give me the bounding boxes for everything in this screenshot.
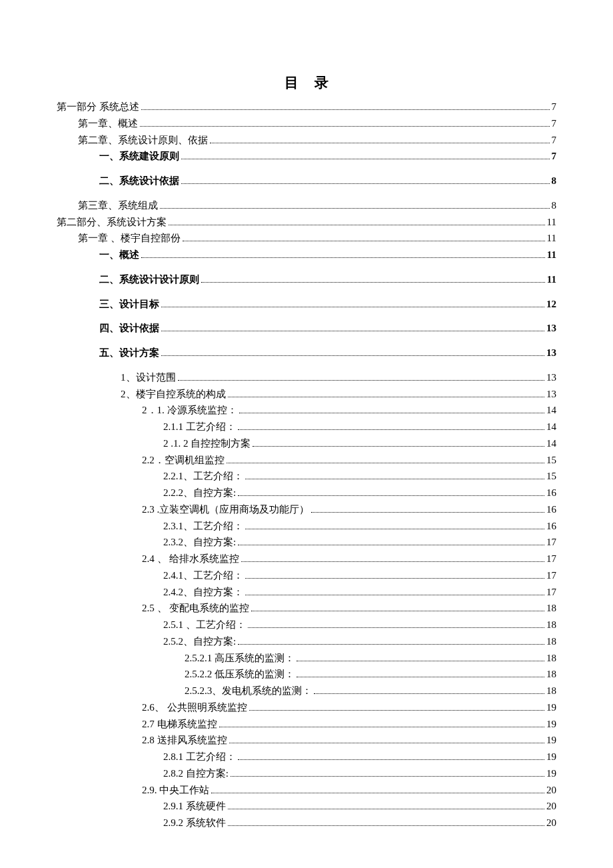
- toc-entry-label: 2．1. 冷源系统监控：: [142, 402, 237, 419]
- toc-entry-label: 2.6、 公共照明系统监控: [142, 699, 247, 716]
- toc-leader-dots: [160, 208, 550, 209]
- toc-entry-page: 13: [546, 320, 556, 337]
- toc-entry-label: 2.9. 中央工作站: [142, 782, 209, 799]
- toc-entry-page: 16: [546, 518, 556, 535]
- toc-entry-label: 2.5.2.1 高压系统的监测：: [185, 650, 295, 667]
- toc-leader-dots: [211, 793, 544, 793]
- toc-entry-label: 2.1.1 工艺介绍：: [163, 419, 236, 435]
- toc-entry: 2.3.1、工艺介绍：16: [57, 518, 556, 535]
- toc-entry-label: 1、设计范围: [121, 369, 176, 386]
- toc-entry-page: 19: [546, 732, 556, 749]
- toc-leader-dots: [201, 282, 545, 283]
- toc-entry-page: 7: [552, 132, 557, 149]
- toc-entry-page: 18: [546, 617, 556, 633]
- toc-entry: 2.4 、 给排水系统监控17: [57, 551, 556, 567]
- toc-entry-page: 11: [547, 214, 556, 231]
- toc-entry-label: 2 .1. 2 自控控制方案: [163, 435, 251, 452]
- toc-leader-dots: [238, 429, 544, 430]
- toc-leader-dots: [181, 183, 550, 184]
- toc-entry-label: 五、设计方案: [99, 345, 159, 361]
- toc-entry: 2.2.1、工艺介绍：15: [57, 468, 556, 485]
- toc-entry-label: 2.2.2、自控方案:: [163, 485, 236, 501]
- toc-entry-page: 19: [546, 749, 556, 765]
- toc-entry-label: 2.4.1、工艺介绍：: [163, 567, 243, 584]
- toc-entry: 2.1.1 工艺介绍：14: [57, 419, 556, 435]
- toc-entry-label: 第二部分、系统设计方案: [57, 214, 167, 231]
- toc-entry-label: 2.2．空调机组监控: [142, 452, 225, 469]
- toc-entry: 2.6、 公共照明系统监控19: [57, 699, 556, 716]
- toc-entry: 二、系统设计设计原则11: [57, 271, 556, 288]
- toc-leader-dots: [245, 595, 544, 595]
- toc-entry-page: 19: [546, 716, 556, 733]
- toc-entry-label: 三、设计目标: [99, 296, 159, 313]
- toc-entry: 2.7 电梯系统监控19: [57, 716, 556, 733]
- toc-entry-label: 2.8 送排风系统监控: [142, 732, 227, 749]
- toc-leader-dots: [238, 644, 544, 645]
- toc-entry-label: 第一部分 系统总述: [57, 99, 139, 115]
- toc-entry-label: 2.4.2、自控方案：: [163, 584, 243, 601]
- toc-leader-dots: [161, 331, 544, 331]
- toc-entry-label: 2.8.1 工艺介绍：: [163, 749, 236, 765]
- toc-entry-page: 17: [546, 551, 556, 567]
- toc-entry: 第一章 、楼宇自控部份11: [57, 230, 556, 247]
- toc-entry-label: 二、系统设计设计原则: [99, 271, 199, 288]
- toc-entry-page: 17: [546, 534, 556, 551]
- toc-entry-label: 一、系统建设原则: [99, 148, 179, 165]
- toc-entry-label: 2.7 电梯系统监控: [142, 716, 217, 733]
- toc-leader-dots: [219, 727, 545, 727]
- toc-leader-dots: [228, 809, 544, 809]
- toc-entry-label: 2.3 .立装空调机（应用商场及功能厅）: [142, 501, 309, 518]
- toc-leader-dots: [238, 495, 544, 496]
- toc-entry-page: 18: [546, 683, 556, 699]
- toc-entry-label: 2.4 、 给排水系统监控: [142, 551, 239, 567]
- toc-entry: 第三章、系统组成8: [57, 197, 556, 214]
- toc-leader-dots: [228, 825, 544, 826]
- toc-leader-dots: [161, 355, 544, 356]
- toc-entry-page: 18: [546, 650, 556, 667]
- toc-leader-dots: [314, 693, 544, 694]
- toc-entry: 第一部分 系统总述7: [57, 99, 556, 115]
- toc-entry-label: 一、概述: [99, 247, 139, 263]
- toc-entry-label: 2.3.1、工艺介绍：: [163, 518, 243, 535]
- toc-entry: 2.8.1 工艺介绍：19: [57, 749, 556, 765]
- toc-entry-label: 2.9.1 系统硬件: [163, 798, 226, 815]
- toc-entry-page: 14: [546, 435, 556, 452]
- toc-entry: 2 .1. 2 自控控制方案14: [57, 435, 556, 452]
- toc-entry: 2.4.1、工艺介绍：17: [57, 567, 556, 584]
- toc-leader-dots: [238, 545, 544, 545]
- toc-leader-dots: [251, 611, 544, 611]
- toc-leader-dots: [181, 159, 550, 159]
- toc-entry: 2.9.1 系统硬件20: [57, 798, 556, 815]
- toc-entry-page: 20: [546, 798, 556, 815]
- toc-leader-dots: [141, 109, 550, 110]
- toc-entry-page: 18: [546, 633, 556, 650]
- toc-entry-page: 11: [547, 247, 556, 263]
- toc-entry-page: 7: [552, 148, 557, 165]
- toc-leader-dots: [231, 776, 544, 777]
- toc-entry-label: 2.3.2、自控方案:: [163, 534, 236, 551]
- toc-entry-page: 17: [546, 567, 556, 584]
- toc-entry-page: 17: [546, 584, 556, 601]
- toc-leader-dots: [210, 143, 550, 143]
- toc-entry: 2.8 送排风系统监控19: [57, 732, 556, 749]
- toc-leader-dots: [228, 397, 545, 397]
- toc-leader-dots: [297, 677, 544, 677]
- toc-entry: 2.9.2 系统软件20: [57, 815, 556, 831]
- toc-entry-label: 第三章、系统组成: [78, 197, 158, 214]
- toc-entry-page: 19: [546, 699, 556, 716]
- toc-title: 目录: [57, 73, 556, 92]
- toc-leader-dots: [297, 661, 544, 661]
- toc-leader-dots: [245, 479, 544, 479]
- toc-entry-page: 8: [552, 197, 557, 214]
- toc-leader-dots: [241, 561, 544, 562]
- toc-entry-label: 2.5 、 变配电系统的监控: [142, 600, 249, 617]
- toc-entry-label: 2.2.1、工艺介绍：: [163, 468, 243, 485]
- toc-entry: 五、设计方案13: [57, 345, 556, 361]
- toc-entry-page: 13: [546, 369, 556, 386]
- toc-entry-page: 11: [547, 230, 556, 247]
- toc-entry: 1、设计范围13: [57, 369, 556, 386]
- toc-entry: 2.3 .立装空调机（应用商场及功能厅）16: [57, 501, 556, 518]
- toc-entry: 一、概述11: [57, 247, 556, 263]
- toc-entry: 2.3.2、自控方案:17: [57, 534, 556, 551]
- toc-entry: 第二部分、系统设计方案11: [57, 214, 556, 231]
